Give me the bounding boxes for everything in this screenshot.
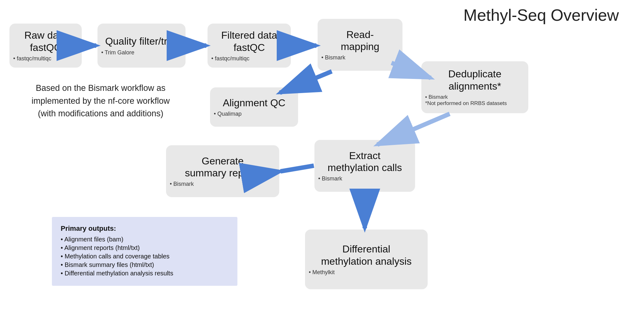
alignment-qc-box: Alignment QC • Qualimap — [210, 87, 298, 127]
filtered-data-title: Filtered datafastQC — [221, 29, 277, 53]
output-item-4: • Bismark summary files (html/txt) — [61, 261, 229, 268]
description-text: Based on the Bismark workflow as impleme… — [9, 82, 192, 120]
extract-methylation-box: Extractmethylation calls • Bismark — [314, 140, 415, 192]
filtered-data-box: Filtered datafastQC • fastqc/multiqc — [208, 24, 291, 68]
differential-methylation-box: Differentialmethylation analysis • Methy… — [305, 230, 428, 289]
raw-data-title: Raw datafastQC — [24, 29, 67, 53]
differential-methylation-title: Differentialmethylation analysis — [321, 243, 412, 267]
quality-filter-box: Quality filter/trim • Trim Galore — [97, 24, 186, 68]
raw-data-box: Raw datafastQC • fastqc/multiqc — [9, 24, 82, 68]
quality-filter-sub: • Trim Galore — [97, 49, 134, 56]
deduplicate-sub: • Bismark*Not performed on RRBS datasets — [421, 94, 507, 107]
raw-data-sub: • fastqc/multiqc — [9, 55, 51, 62]
extract-methylation-title: Extractmethylation calls — [328, 150, 402, 174]
primary-outputs-box: Primary outputs: • Alignment files (bam)… — [52, 217, 237, 286]
read-mapping-sub: • Bismark — [318, 54, 345, 61]
alignment-qc-title: Alignment QC — [223, 97, 285, 109]
generate-summary-sub: • Bismark — [166, 181, 194, 187]
deduplicate-title: Deduplicatealignments* — [448, 68, 502, 92]
output-item-2: • Alignment reports (html/txt) — [61, 244, 229, 252]
read-mapping-box: Read-mapping • Bismark — [318, 19, 402, 71]
alignment-qc-sub: • Qualimap — [210, 111, 242, 117]
quality-filter-title: Quality filter/trim — [105, 35, 178, 47]
page-title: Methyl-Seq Overview — [464, 6, 619, 25]
generate-summary-box: Generatesummary reports • Bismark — [166, 145, 279, 197]
extract-methylation-sub: • Bismark — [314, 175, 342, 182]
output-item-1: • Alignment files (bam) — [61, 236, 229, 243]
deduplicate-box: Deduplicatealignments* • Bismark*Not per… — [421, 61, 528, 113]
generate-summary-title: Generatesummary reports — [185, 155, 260, 179]
filtered-data-sub: • fastqc/multiqc — [208, 55, 249, 62]
outputs-title: Primary outputs: — [61, 224, 229, 233]
read-mapping-title: Read-mapping — [341, 29, 380, 53]
differential-methylation-sub: • Methylkit — [305, 269, 335, 276]
svg-line-9 — [280, 166, 314, 171]
output-item-5: • Differential methylation analysis resu… — [61, 270, 229, 277]
output-item-3: • Methylation calls and coverage tables — [61, 253, 229, 260]
